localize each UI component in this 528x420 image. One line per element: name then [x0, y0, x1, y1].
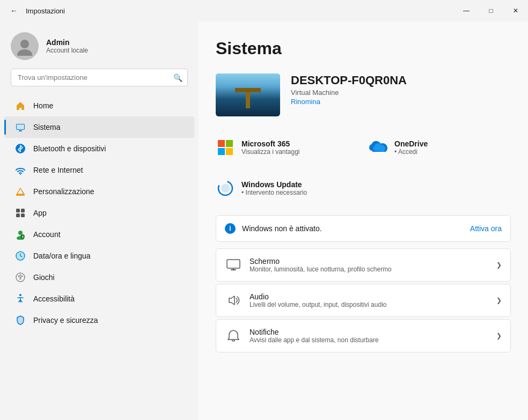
activation-banner: i Windows non è attivato. Attiva ora — [216, 215, 511, 242]
app-icon — [15, 208, 26, 218]
svg-point-6 — [20, 174, 21, 175]
audio-sub: Livelli del volume, output, input, dispo… — [250, 301, 489, 308]
sistema-icon — [15, 122, 26, 132]
chevron-right-icon-audio: ❯ — [496, 297, 502, 304]
sidebar-item-label-accessibilita: Accessibilità — [33, 294, 75, 303]
sidebar-item-privacy[interactable]: Privacy e sicurezza — [4, 310, 194, 331]
accessibilita-icon — [15, 293, 26, 304]
onedrive-panel[interactable]: OneDrive • Accedi — [369, 131, 511, 164]
sidebar-item-dataora[interactable]: Data/ora e lingua — [4, 245, 194, 267]
minimize-button[interactable]: — — [454, 0, 479, 21]
svg-point-30 — [221, 184, 230, 193]
settings-item-notifiche[interactable]: Notifiche Avvisi dalle app e dal sistema… — [216, 319, 511, 352]
svg-rect-28 — [226, 148, 233, 155]
svg-rect-7 — [16, 194, 25, 196]
rename-link[interactable]: Rinomina — [291, 98, 320, 106]
svg-rect-32 — [231, 269, 236, 270]
account-icon: + — [15, 229, 26, 240]
privacy-icon — [15, 315, 26, 326]
quick-panels: Microsoft 365 Visualizza i vantaggi OneD… — [216, 131, 511, 164]
user-type: Account locale — [46, 47, 88, 54]
sidebar-item-accessibilita[interactable]: Accessibilità — [4, 288, 194, 310]
svg-point-21 — [21, 276, 23, 277]
search-input[interactable] — [11, 69, 188, 86]
svg-point-24 — [19, 294, 21, 296]
sidebar-item-sistema[interactable]: Sistema — [4, 116, 194, 138]
svg-marker-34 — [229, 296, 234, 305]
personalizzazione-icon — [15, 186, 26, 197]
dataora-icon — [15, 250, 26, 261]
update-sub: Intervento necessario — [241, 189, 307, 196]
content-area: Sistema DESKTOP-F0QR0NA Virtual Machine … — [199, 21, 528, 420]
schermo-sub: Monitor, luminosità, luce notturna, prof… — [250, 266, 489, 273]
onedrive-sub: • Accedi — [394, 148, 428, 156]
info-icon: i — [225, 223, 236, 234]
sidebar-item-app[interactable]: App — [4, 202, 194, 224]
schermo-icon — [225, 256, 242, 274]
sidebar-item-bluetooth[interactable]: Bluetooth e dispositivi — [4, 138, 194, 159]
chevron-right-icon: ❯ — [496, 261, 502, 269]
sidebar-item-label-giochi: Giochi — [33, 273, 55, 282]
sidebar-item-personalizzazione[interactable]: Personalizzazione — [4, 181, 194, 202]
sidebar-item-label-account: Account — [33, 230, 61, 239]
sidebar-item-giochi[interactable]: Giochi — [4, 267, 194, 288]
windows-update-panel[interactable]: Windows Update Intervento necessario — [216, 172, 511, 204]
maximize-button[interactable]: □ — [479, 0, 503, 21]
svg-rect-8 — [16, 209, 20, 212]
chevron-right-icon-notifiche: ❯ — [496, 332, 502, 340]
device-info: DESKTOP-F0QR0NA Virtual Machine Rinomina — [291, 73, 407, 106]
back-button[interactable]: ← — [6, 3, 21, 18]
ms365-panel[interactable]: Microsoft 365 Visualizza i vantaggi — [216, 131, 358, 164]
sidebar-item-label-personalizzazione: Personalizzazione — [33, 187, 94, 196]
settings-list: Schermo Monitor, luminosità, luce nottur… — [216, 248, 511, 352]
sidebar-item-label-dataora: Data/ora e lingua — [33, 252, 91, 260]
settings-item-schermo[interactable]: Schermo Monitor, luminosità, luce nottur… — [216, 248, 511, 282]
ms365-info: Microsoft 365 Visualizza i vantaggi — [241, 139, 300, 156]
giochi-icon — [15, 272, 26, 283]
sidebar-item-label-privacy: Privacy e sicurezza — [33, 316, 98, 325]
device-image — [216, 73, 280, 116]
sidebar-item-label-app: App — [33, 209, 47, 217]
svg-rect-10 — [16, 213, 20, 217]
update-info: Windows Update Intervento necessario — [241, 180, 307, 196]
sidebar-item-account[interactable]: + Account — [4, 224, 194, 245]
svg-point-1 — [17, 49, 32, 56]
device-name: DESKTOP-F0QR0NA — [291, 73, 407, 87]
nav-list: Home Sistema — [0, 95, 199, 331]
ms365-icon — [216, 138, 235, 157]
device-card: DESKTOP-F0QR0NA Virtual Machine Rinomina — [216, 73, 511, 116]
ms365-sub: Visualizza i vantaggi — [241, 148, 300, 156]
home-icon — [15, 100, 26, 111]
svg-rect-25 — [218, 140, 225, 147]
sidebar-item-label-sistema: Sistema — [33, 123, 61, 131]
avatar — [11, 32, 39, 60]
settings-item-audio[interactable]: Audio Livelli del volume, output, input,… — [216, 284, 511, 317]
notifiche-title: Notifiche — [250, 328, 489, 336]
notifiche-text: Notifiche Avvisi dalle app e dal sistema… — [250, 328, 489, 344]
notifiche-icon — [225, 327, 242, 344]
titlebar: ← Impostazioni — □ ✕ — [0, 0, 528, 21]
windows-update-icon — [216, 179, 235, 198]
onedrive-title: OneDrive — [394, 139, 428, 148]
user-info: Admin Account locale — [46, 38, 88, 54]
svg-rect-11 — [21, 213, 25, 217]
sidebar-item-rete[interactable]: Rete e Internet — [4, 159, 194, 181]
audio-text: Audio Livelli del volume, output, input,… — [250, 292, 489, 308]
activate-now-link[interactable]: Attiva ora — [470, 224, 502, 233]
sidebar-item-home[interactable]: Home — [4, 95, 194, 116]
svg-point-22 — [20, 277, 21, 278]
svg-rect-31 — [227, 260, 240, 268]
audio-icon — [225, 292, 242, 309]
onedrive-info: OneDrive • Accedi — [394, 139, 428, 156]
close-button[interactable]: ✕ — [503, 0, 528, 21]
device-type: Virtual Machine — [291, 89, 407, 97]
app-title: Impostazioni — [26, 7, 65, 15]
notifiche-sub: Avvisi dalle app e dal sistema, non dist… — [250, 336, 489, 344]
sidebar: Admin Account locale 🔍 Home — [0, 21, 199, 420]
rete-icon — [15, 165, 26, 175]
audio-title: Audio — [250, 292, 489, 301]
search-box: 🔍 — [11, 69, 188, 86]
search-icon: 🔍 — [173, 73, 182, 82]
activation-text: Windows non è attivato. — [242, 224, 464, 233]
sidebar-item-label-home: Home — [33, 101, 53, 110]
